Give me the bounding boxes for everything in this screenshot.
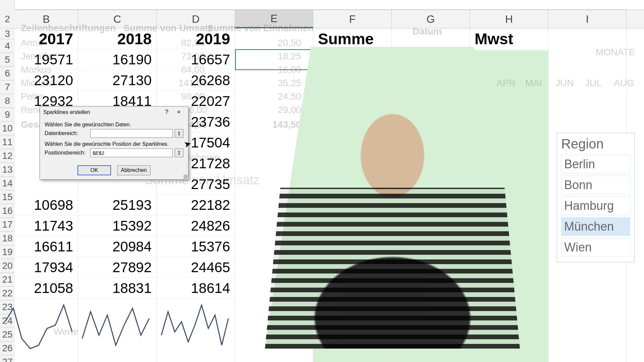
row-header-19[interactable]: 19	[0, 245, 15, 259]
cell[interactable]: 21058	[15, 278, 78, 299]
row-header-3[interactable]: 3	[0, 28, 15, 39]
slicer-item[interactable]: Bonn	[561, 176, 630, 194]
slicer-item[interactable]: Berlin	[561, 155, 630, 174]
input-positionsbereich[interactable]	[90, 148, 173, 157]
row-header-17[interactable]: 17	[0, 218, 15, 232]
col-header-I[interactable]: I	[548, 10, 627, 28]
row-header-7[interactable]: 7	[0, 80, 15, 94]
cell[interactable]: 18831	[78, 278, 156, 299]
range-picker-icon[interactable]: ↥	[175, 129, 183, 138]
row-header-14[interactable]: 14	[0, 177, 15, 190]
cell[interactable]: 27130	[78, 70, 156, 91]
row-header-21[interactable]: 21	[0, 273, 15, 287]
row-header-20[interactable]: 20	[0, 259, 15, 273]
cell[interactable]: 17934	[15, 257, 78, 278]
label-datenbereich: Datenbereich:	[45, 130, 88, 136]
close-button[interactable]: ×	[173, 109, 185, 116]
dialog-title: Sparklines erstellen	[43, 109, 161, 115]
dialog-prompt-data: Wählen Sie die gewünschten Daten.	[45, 122, 183, 128]
slicer-item[interactable]: Hamburg	[561, 196, 630, 215]
cell[interactable]: 25193	[78, 195, 156, 216]
webcam-presenter-shirt	[265, 188, 520, 349]
cell-C-year[interactable]: 2018	[78, 28, 156, 49]
ok-button[interactable]: OK	[77, 165, 111, 175]
cell[interactable]: 16657	[157, 49, 235, 70]
cell[interactable]: 23120	[15, 70, 78, 91]
row-header-18[interactable]: 18	[0, 232, 15, 245]
row-header-13[interactable]: 13	[0, 163, 15, 177]
row-header-2[interactable]: 2	[0, 10, 15, 28]
cell[interactable]: 18614	[157, 278, 235, 299]
row-header-9[interactable]: 9	[0, 108, 15, 122]
label-positionsbereich: Positionsbereich:	[45, 150, 88, 156]
slicer-title: Region	[561, 136, 630, 152]
cell[interactable]: 15376	[157, 236, 235, 257]
cell[interactable]: 16190	[78, 49, 156, 70]
row-header-27[interactable]: 27	[0, 355, 15, 362]
input-datenbereich[interactable]	[90, 129, 173, 138]
cell[interactable]: 22182	[157, 195, 235, 216]
slicer-item[interactable]: Wien	[561, 238, 630, 257]
dialog-sparklines-erstellen: Sparklines erstellen ? × Wählen Sie die …	[40, 106, 189, 180]
sparkline-C	[80, 298, 154, 355]
col-header-G[interactable]: G	[392, 10, 470, 28]
cell[interactable]: 27892	[78, 257, 156, 278]
cell[interactable]: 26268	[157, 70, 235, 91]
row-header-4[interactable]: 4	[0, 39, 15, 53]
cell[interactable]: 16611	[15, 236, 78, 257]
range-picker-icon[interactable]: ↥	[175, 148, 183, 157]
row-header-12[interactable]: 12	[0, 149, 15, 163]
cell[interactable]: 10698	[15, 195, 78, 216]
cell-B-year[interactable]: 2017	[15, 28, 78, 49]
cell[interactable]: 15392	[78, 216, 156, 236]
cell[interactable]: 20984	[78, 236, 156, 257]
sparkline-B	[3, 298, 77, 355]
active-cell[interactable]	[235, 49, 313, 70]
row-header-10[interactable]: 10	[0, 122, 15, 135]
cell[interactable]: 24465	[157, 257, 235, 278]
dialog-titlebar[interactable]: Sparklines erstellen ? ×	[40, 107, 188, 118]
cell[interactable]: 19571	[15, 49, 78, 70]
cell-H-mwst[interactable]: Mwst	[470, 28, 548, 49]
slicer-item[interactable]: München	[561, 217, 630, 236]
row-header-16[interactable]: 16	[0, 204, 15, 218]
cell-F-summe[interactable]: Summe	[313, 28, 391, 49]
row-header-15[interactable]: 15	[0, 190, 15, 204]
slicer-region[interactable]: Region Berlin Bonn Hamburg München Wien	[557, 133, 635, 262]
row-header-6[interactable]: 6	[0, 67, 15, 80]
row-header-5[interactable]: 5	[0, 53, 15, 67]
cell-D-year[interactable]: 2019	[157, 28, 235, 49]
row-header-11[interactable]: 11	[0, 135, 15, 149]
dialog-prompt-pos: Wählen Sie die gewünschte Position der S…	[45, 141, 183, 147]
col-header-F[interactable]: F	[313, 10, 392, 28]
row-header-8[interactable]: 8	[0, 94, 15, 108]
cell[interactable]: 11743	[15, 216, 78, 236]
cancel-button[interactable]: Abbrechen	[117, 165, 151, 175]
help-button[interactable]: ?	[161, 109, 173, 116]
resize-grip[interactable]	[183, 175, 187, 179]
sparkline-D	[160, 298, 233, 355]
formula-bar[interactable]	[15, 0, 644, 10]
cell[interactable]: 24826	[157, 216, 235, 236]
col-header-H[interactable]: H	[470, 10, 548, 28]
